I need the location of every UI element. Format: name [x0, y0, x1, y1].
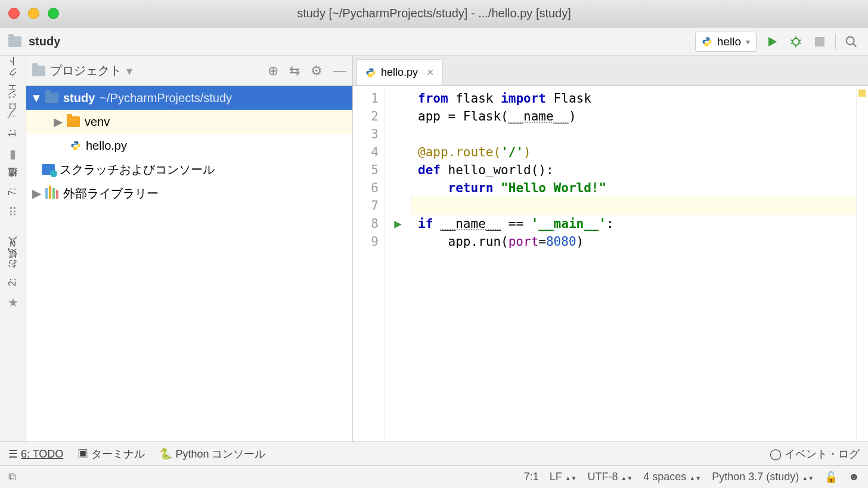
event-log-tab[interactable]: ◯ イベント・ログ: [770, 447, 860, 461]
svg-line-7: [791, 42, 793, 43]
nav-toolbar: study hello ▾: [0, 27, 868, 56]
collapse-icon[interactable]: ⇆: [289, 63, 300, 79]
run-gutter: ▶: [385, 86, 411, 441]
tree-root-name: study: [63, 91, 95, 105]
cursor-position[interactable]: 7:1: [524, 471, 539, 483]
svg-line-8: [799, 42, 801, 43]
error-stripe[interactable]: [856, 86, 868, 441]
editor-tab-bar: hello.py ✕: [353, 56, 868, 86]
svg-point-1: [708, 44, 709, 45]
tree-venv[interactable]: ▶ venv: [26, 110, 352, 134]
folder-icon: [67, 116, 80, 127]
close-tab-icon[interactable]: ✕: [426, 67, 434, 78]
folder-icon: [8, 36, 21, 47]
windows-icon[interactable]: ⧉: [8, 471, 16, 483]
svg-point-2: [793, 38, 799, 45]
status-bar: ⧉ 7:1 LF ▲▼ UTF-8 ▲▼ 4 spaces ▲▼ Python …: [0, 465, 868, 488]
structure-icon: ⠿: [8, 205, 17, 220]
breadcrumb-project[interactable]: study: [29, 35, 60, 48]
warning-marker-icon[interactable]: [858, 89, 866, 97]
scratch-icon: [42, 164, 55, 175]
editor-tab[interactable]: hello.py ✕: [356, 59, 443, 85]
file-encoding[interactable]: UTF-8 ▲▼: [587, 471, 633, 483]
library-icon: [45, 188, 58, 199]
project-tree[interactable]: ▼ study ~/PycharmProjects/study ▶ venv h…: [26, 86, 352, 441]
gutter-run-icon[interactable]: ▶: [385, 215, 411, 233]
python-file-icon: [70, 140, 81, 151]
tool-window-bar: ☰ 6: TODO ▣ ターミナル 🐍 Python コンソール ◯ イベント・…: [0, 441, 868, 465]
tree-item-label: 外部ライブラリー: [63, 186, 159, 202]
python-file-icon: [365, 67, 376, 78]
minimize-window-icon[interactable]: [28, 8, 39, 19]
project-header: プロジェクト ▾ ⊕ ⇆ ⚙ —: [26, 56, 352, 86]
bookmark-icon[interactable]: ▮: [10, 147, 16, 161]
svg-point-0: [705, 38, 706, 39]
window-title: study [~/PycharmProjects/study] - .../he…: [297, 7, 571, 20]
debug-button[interactable]: [788, 35, 804, 48]
tree-external-libs[interactable]: ▶ 外部ライブラリー: [26, 181, 352, 205]
close-window-icon[interactable]: [8, 8, 20, 19]
chevron-down-icon: ▾: [746, 37, 750, 47]
gear-icon[interactable]: ⚙: [311, 63, 323, 79]
line-number-gutter: 123456789: [353, 86, 385, 441]
folder-icon: [32, 66, 45, 76]
tree-item-label: venv: [85, 115, 110, 129]
tree-item-label: スクラッチおよびコンソール: [60, 162, 215, 178]
tool-tab-project[interactable]: 1: プロジェクト: [7, 62, 19, 137]
expand-arrow-icon[interactable]: ▶: [54, 115, 62, 129]
zoom-window-icon[interactable]: [48, 8, 59, 19]
tree-item-label: hello.py: [86, 139, 127, 153]
stop-button: [811, 37, 828, 47]
tab-label: hello.py: [381, 66, 418, 79]
line-separator[interactable]: LF ▲▼: [550, 471, 577, 483]
python-console-tab[interactable]: 🐍 Python コンソール: [159, 447, 265, 461]
stop-icon: [815, 37, 824, 47]
star-icon[interactable]: ★: [8, 295, 18, 310]
todo-tab[interactable]: ☰ 6: TODO: [8, 447, 63, 461]
terminal-tab[interactable]: ▣ ターミナル: [78, 447, 145, 461]
code-content[interactable]: from flask import Flask app = Flask(__na…: [411, 86, 856, 441]
code-editor[interactable]: 123456789 ▶ from flask import Flask app …: [353, 86, 868, 441]
search-button[interactable]: [843, 35, 860, 48]
window-controls: [8, 8, 59, 19]
chevron-down-icon[interactable]: ▾: [126, 64, 132, 78]
project-panel-title[interactable]: プロジェクト: [50, 63, 122, 79]
run-config-selector[interactable]: hello ▾: [695, 32, 757, 52]
python-interpreter[interactable]: Python 3.7 (study) ▲▼: [712, 471, 814, 483]
expand-arrow-icon[interactable]: ▼: [32, 91, 41, 105]
tree-root[interactable]: ▼ study ~/PycharmProjects/study: [26, 86, 352, 110]
svg-point-9: [847, 36, 854, 44]
editor-area: hello.py ✕ 123456789 ▶ from flask import…: [353, 56, 868, 441]
project-folder-icon: [45, 92, 58, 103]
hector-icon[interactable]: ☻: [848, 471, 860, 483]
svg-line-10: [853, 43, 857, 47]
tool-tab-favorites[interactable]: 2: お気に入り: [7, 243, 19, 286]
locate-icon[interactable]: ⊕: [268, 63, 278, 79]
tree-scratches[interactable]: スクラッチおよびコンソール: [26, 157, 352, 181]
svg-line-5: [791, 40, 793, 41]
project-tool-window: プロジェクト ▾ ⊕ ⇆ ⚙ — ▼ study ~/PycharmProjec…: [26, 56, 353, 441]
run-button[interactable]: [764, 36, 780, 48]
tree-file[interactable]: hello.py: [26, 134, 352, 157]
title-bar: study [~/PycharmProjects/study] - .../he…: [0, 0, 868, 27]
run-config-name: hello: [717, 35, 741, 48]
left-tool-strip: 1: プロジェクト ▮ 7: 構造 ⠿ 2: お気に入り ★: [0, 56, 26, 441]
expand-arrow-icon[interactable]: ▶: [32, 186, 41, 200]
indent-setting[interactable]: 4 spaces ▲▼: [643, 471, 701, 483]
tree-root-path: ~/PycharmProjects/study: [100, 91, 232, 105]
lock-icon[interactable]: 🔓: [824, 471, 838, 484]
svg-line-6: [799, 40, 801, 41]
python-icon: [702, 36, 712, 47]
hide-icon[interactable]: —: [333, 63, 346, 79]
tool-tab-structure[interactable]: 7: 構造: [7, 185, 19, 196]
